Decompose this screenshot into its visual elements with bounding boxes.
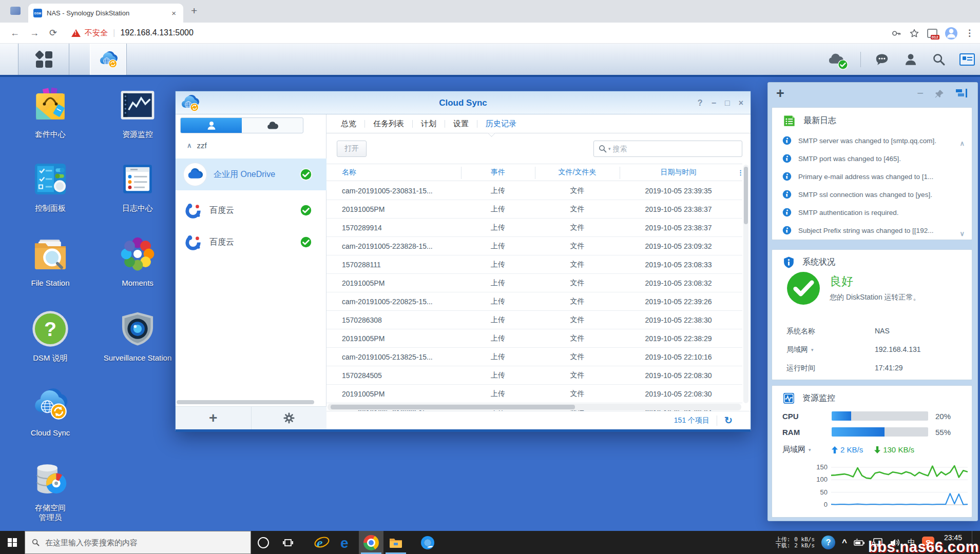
- key-icon[interactable]: [891, 28, 901, 38]
- table-row[interactable]: cam-20191005-213825-15...上传文件2019-10-05 …: [326, 348, 742, 366]
- lan-caret-icon[interactable]: ▾: [809, 447, 811, 452]
- close-icon[interactable]: ×: [739, 98, 743, 108]
- start-button[interactable]: [0, 531, 25, 554]
- search-filter-caret-icon[interactable]: ▾: [608, 146, 611, 151]
- tab-计划[interactable]: 计划: [418, 119, 439, 129]
- desktop-icon-resource-monitor[interactable]: 资源监控: [99, 86, 176, 139]
- back-icon[interactable]: ←: [10, 28, 20, 38]
- table-row[interactable]: 1570284505上传文件2019-10-05 22:08:30: [326, 366, 742, 385]
- chrome-button[interactable]: [359, 531, 383, 554]
- widget-title-row[interactable]: 最新日志: [782, 114, 836, 128]
- lan-label[interactable]: 局域网 ▾: [782, 445, 832, 454]
- browser-tab[interactable]: DSM NAS - Synology DiskStation ×: [28, 4, 183, 23]
- table-row[interactable]: 1570288111上传文件2019-10-05 23:08:33: [326, 255, 742, 274]
- tab-总览[interactable]: 总览: [338, 119, 359, 129]
- desktop-icon-moments[interactable]: Moments: [99, 235, 176, 288]
- widget-panel-icon[interactable]: [959, 53, 975, 66]
- hidden-icons-chevron[interactable]: ^: [842, 538, 847, 548]
- account-group-row[interactable]: ∧ zzf: [187, 141, 207, 150]
- log-entry[interactable]: SMTP authentication is required.: [782, 208, 952, 217]
- desktop-icon-surveillance-station[interactable]: Surveillance Station: [99, 310, 176, 363]
- search-input[interactable]: [613, 145, 738, 153]
- tab-close-icon[interactable]: ×: [169, 9, 178, 17]
- settings-button[interactable]: [252, 407, 327, 429]
- tab-任务列表[interactable]: 任务列表: [370, 119, 407, 129]
- vertical-scrollbar-thumb[interactable]: [744, 167, 748, 224]
- show-desktop-strip[interactable]: [0, 44, 18, 75]
- net-speed-monitor[interactable]: 上传: 0 kB/s 下载: 2 kB/s: [776, 537, 815, 549]
- collapse-chevron-icon[interactable]: ∧: [187, 142, 192, 149]
- desktop-icon-package-center[interactable]: 套件中心: [12, 86, 89, 139]
- task-view-button[interactable]: [276, 531, 300, 554]
- column-header-event[interactable]: 事件: [461, 168, 535, 177]
- user-options-icon[interactable]: [903, 52, 918, 67]
- table-row[interactable]: 1570289914上传文件2019-10-05 23:38:37: [326, 219, 742, 237]
- desktop-icon-storage-manager[interactable]: 存储空间 管理员: [12, 460, 89, 522]
- table-row[interactable]: 20191005PM上传文件2019-10-05 23:38:37: [326, 200, 742, 219]
- desktop-icon-file-station[interactable]: File Station: [12, 235, 89, 288]
- minimize-icon[interactable]: −: [712, 98, 716, 108]
- address-bar[interactable]: 不安全 | 192.168.4.131:5000: [71, 28, 194, 38]
- user-view-toggle[interactable]: [181, 118, 242, 133]
- panel-layout-icon[interactable]: [956, 89, 967, 98]
- battery-icon[interactable]: [854, 539, 865, 547]
- edge-button[interactable]: e: [334, 531, 359, 554]
- column-header-name[interactable]: 名称: [326, 168, 461, 177]
- taskbar-search-input[interactable]: [45, 538, 244, 547]
- desktop-icon-log-center[interactable]: 日志中心: [99, 160, 176, 213]
- tabstrip-app-icon[interactable]: [10, 7, 21, 15]
- add-connection-button[interactable]: +: [176, 407, 252, 429]
- profile-avatar[interactable]: [945, 27, 957, 39]
- info-label[interactable]: 局域网▾: [786, 345, 875, 354]
- cloud-sync-app-button[interactable]: [90, 44, 127, 75]
- widget-title-row[interactable]: 资源监控: [782, 392, 835, 405]
- scroll-up-icon[interactable]: ∧: [959, 140, 965, 147]
- table-row[interactable]: cam-20191005-230831-15...上传文件2019-10-05 …: [326, 182, 742, 200]
- connection-item-onedrive[interactable]: 企业用 OneDrive: [176, 159, 326, 190]
- log-entry[interactable]: SMTP port was changed to [465].: [782, 154, 952, 163]
- file-explorer-button[interactable]: [383, 531, 408, 554]
- security-warning-icon[interactable]: [71, 29, 81, 37]
- desktop-icon-dsm-help[interactable]: ? DSM 说明: [12, 310, 89, 363]
- horizontal-scrollbar-thumb[interactable]: [331, 405, 575, 409]
- table-row[interactable]: cam-20191005-220825-15...上传文件2019-10-05 …: [326, 292, 742, 311]
- pin-icon[interactable]: [934, 89, 945, 99]
- caret-down-icon[interactable]: ▾: [811, 347, 814, 352]
- log-entry[interactable]: SMTP ssl connection was changed to [yes]…: [782, 190, 952, 199]
- help-icon[interactable]: ?: [698, 98, 703, 108]
- collapse-widgets-icon[interactable]: −: [917, 87, 924, 100]
- help-tray-icon[interactable]: ?: [821, 536, 835, 549]
- log-entry[interactable]: Primary e-mail address was changed to [1…: [782, 172, 952, 181]
- bookmark-star-icon[interactable]: [909, 28, 919, 38]
- cloud-view-toggle[interactable]: [242, 118, 303, 133]
- scroll-down-icon[interactable]: ∨: [959, 230, 965, 238]
- qq-browser-button[interactable]: [415, 531, 440, 554]
- add-widget-button[interactable]: +: [776, 86, 784, 102]
- refresh-icon[interactable]: ↻: [724, 414, 733, 426]
- desktop-icon-cloud-sync[interactable]: Cloud Sync: [12, 385, 89, 438]
- column-header-datetime[interactable]: 日期与时间: [620, 168, 737, 177]
- sidebar-scrollbar[interactable]: [177, 400, 314, 404]
- security-warning-label[interactable]: 不安全: [85, 28, 108, 38]
- table-row[interactable]: 20191005PM上传文件2019-10-05 22:08:30: [326, 385, 742, 403]
- table-row[interactable]: 1570286308上传文件2019-10-05 22:38:30: [326, 311, 742, 329]
- vertical-scrollbar[interactable]: [743, 165, 748, 403]
- tab-设置[interactable]: 设置: [450, 119, 472, 129]
- desktop-icon-control-panel[interactable]: 控制面板: [12, 160, 89, 213]
- tab-历史记录[interactable]: 历史记录: [483, 119, 520, 129]
- open-button[interactable]: 打开: [337, 141, 367, 157]
- browser-menu-icon[interactable]: ⋮: [965, 28, 974, 38]
- search-box[interactable]: ▾: [593, 141, 742, 157]
- search-icon[interactable]: [932, 52, 946, 67]
- new-tab-button[interactable]: +: [191, 5, 197, 17]
- table-row[interactable]: cam-20191005-223828-15...上传文件2019-10-05 …: [326, 237, 742, 255]
- taskbar-search[interactable]: [25, 531, 251, 554]
- forward-icon[interactable]: →: [30, 28, 39, 38]
- internet-explorer-button[interactable]: e: [310, 531, 334, 554]
- url-text[interactable]: 192.168.4.131:5000: [121, 28, 194, 37]
- log-entry[interactable]: Subject Prefix string was changed to [[1…: [782, 226, 952, 235]
- log-entry[interactable]: SMTP server was changed to [smtp.qq.com]…: [782, 136, 952, 145]
- column-header-filetype[interactable]: 文件/文件夹: [535, 168, 620, 177]
- extension-icon[interactable]: 012: [927, 29, 937, 38]
- table-row[interactable]: 20191005PM上传文件2019-10-05 22:38:29: [326, 329, 742, 348]
